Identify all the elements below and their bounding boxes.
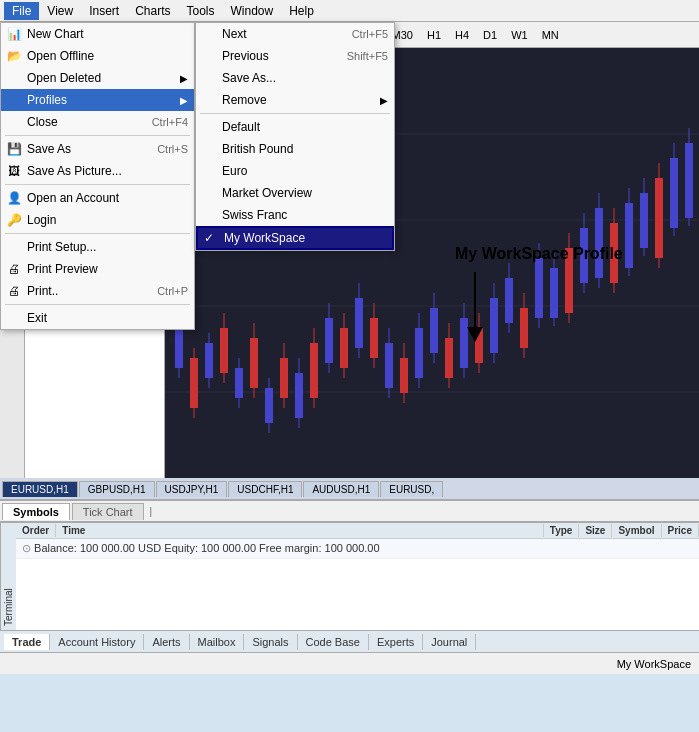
menu-tools[interactable]: Tools	[179, 2, 223, 20]
save-shortcut: Ctrl+S	[157, 143, 188, 155]
tf-h1[interactable]: H1	[422, 27, 446, 43]
menu-item-print-preview[interactable]: 🖨 Print Preview	[1, 258, 194, 280]
separator-3	[5, 233, 190, 234]
file-menu: 📊 New Chart 📂 Open Offline Open Deleted …	[0, 22, 195, 330]
open-deleted-arrow: ▶	[180, 73, 188, 84]
symbol-tab-gbpusd[interactable]: GBPUSD,H1	[79, 481, 155, 497]
status-text: My WorkSpace	[617, 658, 691, 670]
term-tab-alerts[interactable]: Alerts	[144, 634, 189, 650]
symbol-tabs: EURUSD,H1 GBPUSD,H1 USDJPY,H1 USDCHF,H1 …	[0, 478, 699, 500]
symbol-tab-audusd[interactable]: AUDUSD,H1	[303, 481, 379, 497]
separator-2	[5, 184, 190, 185]
profiles-swiss-franc[interactable]: Swiss Franc	[196, 204, 394, 226]
bottom-tabs-bar: Symbols Tick Chart |	[0, 500, 699, 522]
symbol-tab-eurusd2[interactable]: EURUSD,	[380, 481, 443, 497]
profiles-submenu: Next Ctrl+F5 Previous Shift+F5 Save As..…	[195, 22, 395, 251]
profiles-british-pound[interactable]: British Pound	[196, 138, 394, 160]
menu-item-open-account[interactable]: 👤 Open an Account	[1, 187, 194, 209]
print-icon: 🖨	[5, 282, 23, 300]
account-icon: 👤	[5, 189, 23, 207]
tab-symbols[interactable]: Symbols	[2, 503, 70, 520]
menu-file[interactable]: File	[4, 2, 39, 20]
col-price: Price	[662, 524, 699, 537]
menu-charts[interactable]: Charts	[127, 2, 178, 20]
term-tab-trade[interactable]: Trade	[4, 634, 50, 650]
menu-item-save-as-picture[interactable]: 🖼 Save As Picture...	[1, 160, 194, 182]
term-tab-codebase[interactable]: Code Base	[298, 634, 369, 650]
open-offline-icon: 📂	[5, 47, 23, 65]
tf-mn[interactable]: MN	[537, 27, 564, 43]
menu-item-open-offline[interactable]: 📂 Open Offline	[1, 45, 194, 67]
menu-view[interactable]: View	[39, 2, 81, 20]
login-icon: 🔑	[5, 211, 23, 229]
menu-insert[interactable]: Insert	[81, 2, 127, 20]
separator-4	[5, 304, 190, 305]
term-tab-mailbox[interactable]: Mailbox	[190, 634, 245, 650]
term-tab-journal[interactable]: Journal	[423, 634, 476, 650]
symbol-tab-usdchf[interactable]: USDCHF,H1	[228, 481, 302, 497]
col-type: Type	[544, 524, 580, 537]
menu-item-print-setup[interactable]: Print Setup...	[1, 236, 194, 258]
balance-row: ⊙ Balance: 100 000.00 USD Equity: 100 00…	[16, 539, 699, 559]
profiles-arrow: ▶	[180, 95, 188, 106]
profiles-euro[interactable]: Euro	[196, 160, 394, 182]
print-shortcut: Ctrl+P	[157, 285, 188, 297]
menu-help[interactable]: Help	[281, 2, 322, 20]
tf-w1[interactable]: W1	[506, 27, 533, 43]
col-order: Order	[16, 524, 56, 537]
menu-item-print[interactable]: 🖨 Print.. Ctrl+P	[1, 280, 194, 302]
col-symbol: Symbol	[612, 524, 661, 537]
menu-item-close[interactable]: Close Ctrl+F4	[1, 111, 194, 133]
terminal-panel: Terminal Order Time Type Size Symbol Pri…	[0, 522, 699, 652]
separator-1	[5, 135, 190, 136]
prev-shortcut: Shift+F5	[347, 50, 388, 62]
picture-icon: 🖼	[5, 162, 23, 180]
next-shortcut: Ctrl+F5	[352, 28, 388, 40]
tf-d1[interactable]: D1	[478, 27, 502, 43]
term-tab-account-history[interactable]: Account History	[50, 634, 144, 650]
profiles-next[interactable]: Next Ctrl+F5	[196, 23, 394, 45]
tab-tick-chart[interactable]: Tick Chart	[72, 503, 144, 520]
status-bar: My WorkSpace	[0, 652, 699, 674]
print-preview-icon: 🖨	[5, 260, 23, 278]
terminal-label: Terminal	[0, 523, 16, 630]
symbol-tab-usdjpy[interactable]: USDJPY,H1	[156, 481, 228, 497]
profiles-default[interactable]: Default	[196, 116, 394, 138]
profiles-market-overview[interactable]: Market Overview	[196, 182, 394, 204]
term-tab-signals[interactable]: Signals	[244, 634, 297, 650]
menu-item-open-deleted[interactable]: Open Deleted ▶	[1, 67, 194, 89]
menu-item-profiles[interactable]: Profiles ▶	[1, 89, 194, 111]
save-icon: 💾	[5, 140, 23, 158]
remove-arrow: ▶	[380, 95, 388, 106]
close-shortcut: Ctrl+F4	[152, 116, 188, 128]
col-size: Size	[579, 524, 612, 537]
menu-item-save-as[interactable]: 💾 Save As Ctrl+S	[1, 138, 194, 160]
profiles-my-workspace[interactable]: My WorkSpace	[196, 226, 394, 250]
profiles-save-as[interactable]: Save As...	[196, 67, 394, 89]
terminal-bottom-tabs: Trade Account History Alerts Mailbox Sig…	[0, 630, 699, 652]
profiles-remove[interactable]: Remove ▶	[196, 89, 394, 111]
menu-item-new-chart[interactable]: 📊 New Chart	[1, 23, 194, 45]
terminal-table-header: Order Time Type Size Symbol Price	[16, 523, 699, 539]
menu-item-login[interactable]: 🔑 Login	[1, 209, 194, 231]
balance-text: Balance: 100 000.00 USD Equity: 100 000.…	[34, 542, 380, 554]
profiles-previous[interactable]: Previous Shift+F5	[196, 45, 394, 67]
symbol-tab-eurusd[interactable]: EURUSD,H1	[2, 481, 78, 497]
menu-bar: File View Insert Charts Tools Window Hel…	[0, 0, 699, 22]
profiles-separator	[200, 113, 390, 114]
col-time: Time	[56, 524, 544, 537]
tf-h4[interactable]: H4	[450, 27, 474, 43]
term-tab-experts[interactable]: Experts	[369, 634, 423, 650]
menu-item-exit[interactable]: Exit	[1, 307, 194, 329]
new-chart-icon: 📊	[5, 25, 23, 43]
menu-window[interactable]: Window	[223, 2, 282, 20]
